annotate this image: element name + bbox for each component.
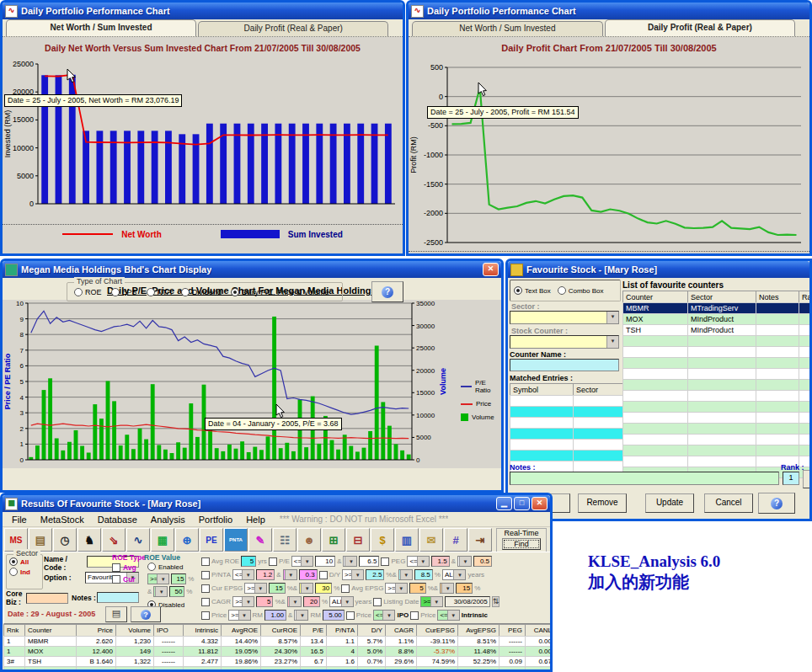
filter-operator-dropdown[interactable]: >=▼ [385, 583, 407, 594]
column-header-ipo[interactable]: IPO [154, 625, 184, 637]
column-header-d-y[interactable]: D/Y [358, 625, 386, 637]
core-biz-input[interactable] [26, 593, 68, 604]
titlebar[interactable]: Favourite Stock - [Mary Rose] [508, 261, 809, 278]
column-header-counter[interactable]: Counter [25, 625, 77, 637]
filter-operator-dropdown[interactable]: ▼ [287, 596, 302, 607]
filter-operator-dropdown[interactable]: ALl▼ [329, 596, 354, 607]
chevron-down-icon[interactable]: ▼ [417, 557, 429, 566]
favourite-row[interactable] [623, 445, 812, 456]
favourite-row[interactable] [623, 380, 812, 391]
bar-chart-button[interactable]: ▦ [151, 528, 174, 552]
filter-value[interactable]: 5.00 [323, 610, 345, 621]
chevron-down-icon[interactable]: ▼ [155, 587, 167, 596]
help-button[interactable]: ? [371, 281, 403, 302]
column-header-counter[interactable]: Counter [623, 291, 688, 303]
close-list-button[interactable]: Close [803, 470, 812, 488]
radio-chart-type-daily-p-e-price-volume[interactable]: Daily P/E, Price & Volume [231, 288, 329, 296]
favourite-row[interactable]: MOXMIndProduct 1 [623, 314, 812, 325]
favourite-list-table[interactable]: CounterSectorNotesRank MBMRMTradingServ … [622, 291, 812, 478]
chevron-down-icon[interactable]: ▼ [285, 570, 296, 579]
downtrend-chart-button[interactable]: ⇘ [102, 528, 126, 552]
calculator-button[interactable]: ☷ [273, 528, 296, 552]
maximize-button[interactable]: □ [514, 497, 530, 510]
filter-operator-dropdown[interactable]: ▼ [299, 583, 313, 594]
chevron-down-icon[interactable]: ▼ [345, 557, 356, 566]
titlebar[interactable]: ∿ Daily Portfolio Performance Chart [409, 3, 809, 19]
cancel-button[interactable]: Cancel [704, 493, 753, 513]
pe-ratio-button[interactable]: PE [200, 528, 223, 552]
filter-operator-dropdown[interactable]: >=▼ [244, 583, 266, 594]
filter-value[interactable]: 5 [409, 583, 426, 594]
favourite-row[interactable] [623, 413, 812, 424]
networth-chart-canvas[interactable]: 0500010000150002000025000Invested (RM) [3, 59, 403, 224]
column-header-rank[interactable]: Rank [799, 291, 812, 303]
chevron-down-icon[interactable]: ▼ [606, 312, 618, 323]
menu-analysis[interactable]: Analysis [145, 514, 191, 525]
line-chart-button[interactable]: ∿ [126, 528, 150, 552]
filter-value[interactable]: 1.5 [431, 556, 450, 567]
note-button[interactable]: ✉ [419, 528, 443, 552]
filter-value[interactable]: 8.5 [414, 569, 433, 580]
clock-button[interactable]: ◷ [53, 528, 77, 552]
tab-networth-suminvested[interactable]: Net Worth / Sum Invested [6, 19, 196, 36]
notes-input[interactable] [510, 472, 779, 485]
favourite-row[interactable] [623, 336, 812, 347]
filter-value[interactable]: 15 [269, 583, 286, 594]
megan-chart-canvas[interactable]: 0123456789100500010000150002000025000300… [3, 300, 501, 468]
exit-door-button[interactable]: ⇥ [468, 528, 492, 552]
date-spinner[interactable]: ⇅ [492, 596, 500, 607]
filter-operator-dropdown[interactable]: ALl▼ [442, 569, 467, 580]
chevron-down-icon[interactable]: ▼ [296, 611, 307, 620]
favourite-row[interactable] [623, 402, 812, 413]
filter-checkbox-cur-epsg[interactable]: Cur EPSG [201, 584, 243, 593]
column-header-sector[interactable]: Sector [574, 384, 628, 396]
chevron-down-icon[interactable]: ▼ [400, 570, 412, 579]
favourite-row[interactable]: MBMRMTradingServ 1 [623, 303, 812, 314]
filter-value[interactable]: 2.5 [366, 569, 384, 580]
filter-checkbox-d-y[interactable]: D/Y [319, 571, 340, 579]
radio-sector-ind[interactable]: Ind [9, 568, 42, 576]
radio-text-box[interactable]: Text Box [514, 286, 551, 295]
roe-op2-dropdown[interactable]: ▼ [153, 586, 168, 597]
filter-checkbox-cagr[interactable]: CAGR [201, 598, 231, 606]
filter-value[interactable]: 15 [456, 583, 473, 594]
roe-op-dropdown[interactable]: >=▼ [147, 573, 169, 584]
filter-operator-dropdown[interactable]: ▼ [440, 583, 454, 594]
menu-help[interactable]: Help [240, 514, 271, 525]
filter-value[interactable]: 30/08/2005 [445, 596, 490, 607]
filter-operator-dropdown[interactable]: <=▼ [437, 610, 459, 621]
filter-operator-dropdown[interactable]: >=▼ [232, 596, 254, 607]
result-row[interactable]: 3#TSHB 1.6401,322------2.47719.86%23.27%… [4, 657, 553, 667]
matched-row[interactable] [510, 396, 628, 407]
help-button[interactable]: ? [758, 493, 795, 514]
bear-market-button[interactable]: ♞ [77, 528, 101, 552]
favourite-row[interactable] [623, 358, 812, 369]
filter-operator-dropdown[interactable]: >=▼ [228, 610, 250, 621]
chevron-down-icon[interactable]: ▼ [351, 570, 363, 579]
titlebar[interactable]: Megan Media Holdings Bhd's Chart Display… [3, 261, 501, 278]
radio-chart-type-dividend[interactable]: Dividend [181, 288, 222, 296]
filter-checkbox-peg[interactable]: PEG [381, 557, 405, 566]
filter-operator-dropdown[interactable]: <=▼ [373, 610, 395, 621]
filter-checkbox-p-nta[interactable]: P/NTA [201, 571, 231, 579]
filter-value[interactable]: 5 [256, 596, 273, 607]
column-header-p-nta[interactable]: P/NTA [327, 625, 358, 637]
tab-networth-suminvested[interactable]: Net Worth / Sum Invested [412, 21, 603, 36]
column-header-curepsg[interactable]: CurEPSG [417, 625, 458, 637]
matched-row[interactable] [510, 429, 628, 440]
chevron-down-icon[interactable]: ▼ [341, 597, 353, 606]
result-row[interactable] [4, 667, 553, 672]
rank-input[interactable]: 1 [783, 472, 799, 485]
filter-operator-dropdown[interactable]: ▼ [398, 569, 413, 580]
results-table[interactable]: RnkCounterPriceVolumeIPOIntrinsicAvgROEC… [3, 624, 553, 672]
radio-chart-type-nta[interactable]: NTA [147, 288, 172, 296]
column-header-sector[interactable]: Sector [688, 291, 756, 303]
matched-row[interactable] [510, 418, 628, 429]
remove-chart-button[interactable]: ⊟ [346, 528, 370, 552]
close-button[interactable]: ✕ [483, 263, 499, 276]
filter-operator-dropdown[interactable]: <=▼ [232, 569, 254, 580]
globe-button[interactable]: ⊕ [175, 528, 199, 552]
tab-daily-profit[interactable]: Daily Profit (Real & Paper) [198, 21, 388, 36]
filter-value[interactable]: 20 [303, 596, 320, 607]
column-header-curroe[interactable]: CurROE [261, 625, 301, 637]
